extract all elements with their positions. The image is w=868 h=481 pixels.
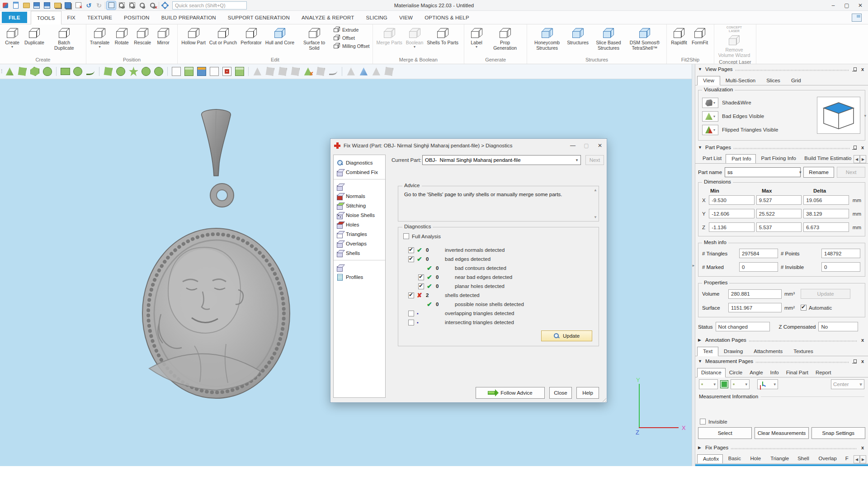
- tool-delete-marked-icon[interactable]: [302, 66, 313, 77]
- tab-scroll-left-icon[interactable]: ◀: [854, 155, 860, 163]
- min-field[interactable]: -9.530: [709, 195, 755, 205]
- settings-gear-icon[interactable]: [160, 1, 170, 9]
- diagnostic-checkbox[interactable]: [408, 247, 414, 253]
- tab[interactable]: Part Info: [726, 154, 755, 163]
- ribbon-button[interactable]: CONCEPT LASER Remove Volume Wizard ▾: [716, 25, 752, 58]
- full-analysis-row[interactable]: Full Analysis: [403, 233, 599, 239]
- menu-item[interactable]: FILE: [2, 12, 27, 23]
- brush-selection-icon[interactable]: [72, 66, 83, 77]
- ribbon-button[interactable]: Create ▾: [2, 25, 23, 51]
- tab[interactable]: Attachments: [748, 347, 788, 356]
- close-section-icon[interactable]: x: [860, 358, 865, 364]
- panel-button[interactable]: Select: [698, 427, 752, 439]
- scroll-up-icon[interactable]: ▲: [594, 188, 597, 192]
- pin-icon[interactable]: [852, 145, 857, 150]
- tab[interactable]: Overlap: [813, 454, 840, 463]
- snap-toggle-icon[interactable]: [720, 380, 728, 388]
- import-icon[interactable]: ▾: [53, 1, 62, 9]
- tool-plane2-gray-icon[interactable]: [315, 66, 326, 77]
- brush-mark-icon[interactable]: [115, 66, 126, 77]
- tab-scroll-left-icon[interactable]: ◀: [854, 455, 860, 463]
- menu-item[interactable]: BUILD PREPARATION: [156, 11, 222, 24]
- fan-mark-icon[interactable]: [153, 66, 164, 77]
- diagnostic-checkbox[interactable]: [408, 311, 414, 316]
- redo-icon[interactable]: ▾: [94, 1, 104, 9]
- mark-plane-icon[interactable]: [17, 66, 28, 77]
- sidebar-item[interactable]: Shells: [334, 248, 385, 258]
- automatic-toggle[interactable]: Automatic: [801, 305, 832, 311]
- menu-item[interactable]: TOOLS: [31, 11, 61, 24]
- diagnostic-checkbox[interactable]: [408, 320, 414, 325]
- part-pages-header[interactable]: ▼ Part Pages x: [695, 142, 868, 152]
- current-part-value[interactable]: [423, 157, 573, 163]
- tab[interactable]: Part List: [697, 154, 726, 163]
- cube-highlight-icon[interactable]: [196, 66, 207, 77]
- ribbon-button[interactable]: Cut or Punch ▾: [208, 25, 239, 51]
- tab[interactable]: Text: [697, 347, 718, 356]
- diagnostic-checkbox[interactable]: [418, 274, 424, 280]
- collapse-icon[interactable]: ▶: [698, 338, 703, 342]
- new-file-icon[interactable]: ▾: [11, 1, 20, 9]
- collapse-icon[interactable]: ▼: [698, 359, 703, 363]
- delta-field[interactable]: 38.129: [803, 209, 849, 218]
- tool-tri2-gray-icon[interactable]: [345, 66, 356, 77]
- zoom-to-part-icon[interactable]: [107, 1, 116, 9]
- mesh-field-value[interactable]: 148792: [821, 249, 860, 258]
- tab[interactable]: F: [840, 454, 854, 463]
- collapse-icon[interactable]: ▼: [698, 145, 703, 150]
- sidebar-item[interactable]: [334, 182, 385, 191]
- next-button[interactable]: Next: [585, 155, 604, 165]
- tool-tri3-gray-icon[interactable]: [371, 66, 382, 77]
- ribbon-button[interactable]: Batch Duplicate ▾: [46, 25, 82, 51]
- update-volume-button[interactable]: Update: [801, 289, 850, 299]
- tab[interactable]: Textures: [788, 347, 818, 356]
- zoom-in-icon[interactable]: [138, 1, 147, 9]
- next-part-button[interactable]: Next: [837, 167, 865, 178]
- tab[interactable]: Circle: [726, 368, 746, 377]
- tab[interactable]: Multi-Section: [720, 76, 761, 85]
- dialog-close-button[interactable]: ✕: [593, 140, 607, 151]
- ribbon-button[interactable]: Translate ▾: [88, 25, 111, 49]
- mark-shell-icon[interactable]: [42, 66, 53, 77]
- sidebar-item[interactable]: [334, 263, 385, 272]
- collapse-icon[interactable]: ▶: [698, 445, 703, 450]
- ribbon-button[interactable]: Surface to Solid ▾: [296, 25, 332, 51]
- tool-triangle-gray-icon[interactable]: [252, 66, 263, 77]
- tab[interactable]: Shell: [792, 454, 813, 463]
- icon-dropdown-button[interactable]: [702, 125, 718, 135]
- ribbon-button[interactable]: Boolean ▾: [404, 25, 425, 49]
- remove-part-icon[interactable]: ▾: [74, 1, 83, 9]
- tool-tri-blue-icon[interactable]: [358, 66, 369, 77]
- invisible-checkbox[interactable]: [700, 419, 706, 424]
- automatic-checkbox[interactable]: [801, 305, 807, 311]
- tool-plane-gray-icon[interactable]: [264, 66, 275, 77]
- rectangle-selection-icon[interactable]: [60, 66, 71, 77]
- ribbon-button[interactable]: Label ▾: [466, 25, 487, 51]
- tab[interactable]: Part Fixing Info: [756, 154, 799, 163]
- view-scene-icon[interactable]: [127, 1, 137, 9]
- sidebar-item[interactable]: Triangles: [334, 229, 385, 239]
- menu-item[interactable]: ANALYZE & REPORT: [296, 11, 360, 24]
- ribbon-button[interactable]: Rotate ▾: [111, 25, 132, 49]
- max-field[interactable]: 25.522: [756, 209, 802, 218]
- tab[interactable]: Build Time Estimatio: [799, 154, 854, 163]
- tab[interactable]: Drawing: [718, 347, 748, 356]
- tab[interactable]: Autofix: [697, 454, 723, 463]
- panel-button[interactable]: Snap Settings: [811, 427, 865, 439]
- ribbon-button[interactable]: Merge Parts ▾: [375, 25, 404, 49]
- close-section-icon[interactable]: x: [860, 66, 865, 72]
- rename-button[interactable]: Rename: [803, 167, 834, 178]
- ribbon-button[interactable]: DSM Somos® TetraShell™ ▾: [627, 25, 663, 51]
- menu-item[interactable]: SLICING: [360, 11, 393, 24]
- scene-icon[interactable]: ▾: [1, 1, 10, 9]
- tab[interactable]: Basic: [723, 454, 745, 463]
- save-as-icon[interactable]: ▾: [42, 1, 52, 9]
- save-icon[interactable]: ▾: [32, 1, 41, 9]
- dialog-maximize-button[interactable]: ▢: [580, 140, 593, 151]
- help-button[interactable]: Help: [576, 387, 599, 399]
- mark-window-icon[interactable]: [103, 66, 113, 77]
- part-name-combo[interactable]: ▾: [725, 167, 801, 177]
- ribbon-button[interactable]: Mirror ▾: [153, 25, 174, 49]
- tab[interactable]: Final Part: [783, 368, 812, 377]
- tab[interactable]: Distance: [697, 368, 726, 377]
